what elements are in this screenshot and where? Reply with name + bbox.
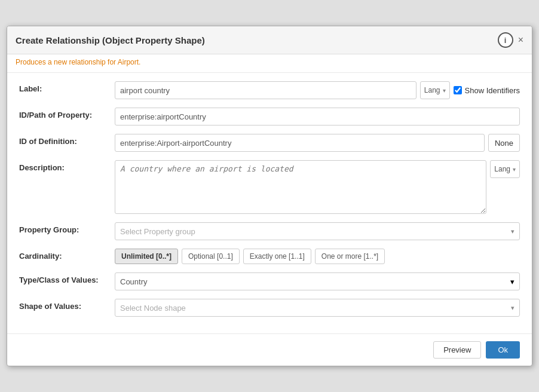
type-class-select[interactable]: Country ▾ — [115, 272, 520, 290]
label-lang-select[interactable]: Lang ▾ — [420, 81, 450, 99]
id-definition-wrap: None — [115, 134, 520, 152]
ok-button[interactable]: Ok — [486, 341, 520, 359]
label-lang-text: Lang — [424, 86, 440, 94]
description-lang-text: Lang — [494, 165, 510, 173]
show-identifiers-label: Show Identifiers — [465, 86, 520, 95]
id-definition-row: ID of Definition: None — [19, 134, 520, 152]
id-path-row: ID/Path of Property: — [19, 108, 520, 125]
shape-values-placeholder: Select Node shape — [120, 304, 507, 313]
cardinality-label: Cardinality: — [19, 249, 115, 261]
label-lang-chevron-icon: ▾ — [443, 87, 446, 94]
create-relationship-dialog: Create Relationship (Object Property Sha… — [7, 26, 532, 366]
description-textarea[interactable]: A country where an airport is located — [115, 160, 486, 214]
label-row: Label: Lang ▾ Show Identifiers — [19, 81, 520, 99]
preview-button[interactable]: Preview — [433, 341, 481, 359]
type-class-label: Type/Class of Values: — [19, 272, 115, 284]
property-group-placeholder: Select Property group — [120, 227, 507, 236]
show-identifiers-wrap: Show Identifiers — [454, 86, 520, 95]
cardinality-optional-button[interactable]: Optional [0..1] — [182, 249, 240, 264]
info-button[interactable]: i — [498, 32, 513, 48]
show-identifiers-checkbox[interactable] — [454, 86, 462, 94]
id-definition-input[interactable] — [115, 134, 485, 152]
description-row: Description: A country where an airport … — [19, 160, 520, 214]
label-field-label: Label: — [19, 81, 115, 93]
id-path-input[interactable] — [115, 108, 520, 125]
description-lang-chevron-icon: ▾ — [513, 166, 516, 173]
none-button[interactable]: None — [488, 134, 520, 152]
description-lang-select[interactable]: Lang ▾ — [490, 160, 520, 178]
dialog-body: Label: Lang ▾ Show Identifiers ID/Path o… — [7, 73, 532, 333]
dialog-footer: Preview Ok — [7, 333, 532, 366]
dialog-subtitle: Produces a new relationship for Airport. — [7, 54, 532, 73]
type-class-chevron-icon: ▾ — [510, 277, 514, 286]
dialog-header-right: i × — [498, 32, 523, 48]
type-class-row: Type/Class of Values: Country ▾ — [19, 272, 520, 290]
property-group-wrap: Select Property group ▾ — [115, 222, 520, 240]
description-wrap: A country where an airport is located La… — [115, 160, 520, 214]
property-group-label: Property Group: — [19, 222, 115, 234]
shape-values-chevron-icon: ▾ — [511, 304, 514, 312]
dialog-title: Create Relationship (Object Property Sha… — [16, 35, 205, 45]
shape-values-label: Shape of Values: — [19, 299, 115, 311]
close-button[interactable]: × — [518, 35, 523, 45]
property-group-row: Property Group: Select Property group ▾ — [19, 222, 520, 240]
shape-values-wrap: Select Node shape ▾ — [115, 299, 520, 317]
shape-values-row: Shape of Values: Select Node shape ▾ — [19, 299, 520, 317]
label-input[interactable] — [115, 81, 416, 99]
cardinality-unlimited-button[interactable]: Unlimited [0..*] — [115, 249, 178, 264]
id-path-wrap — [115, 108, 520, 125]
description-label: Description: — [19, 160, 115, 172]
label-field-wrap: Lang ▾ Show Identifiers — [115, 81, 520, 99]
cardinality-wrap: Unlimited [0..*] Optional [0..1] Exactly… — [115, 249, 385, 264]
cardinality-one-or-more-button[interactable]: One or more [1..*] — [315, 249, 385, 264]
type-class-value: Country — [120, 277, 507, 286]
dialog-header: Create Relationship (Object Property Sha… — [7, 26, 532, 54]
id-path-label: ID/Path of Property: — [19, 108, 115, 120]
cardinality-row: Cardinality: Unlimited [0..*] Optional [… — [19, 249, 520, 264]
cardinality-exactly-one-button[interactable]: Exactly one [1..1] — [243, 249, 311, 264]
property-group-chevron-icon: ▾ — [511, 228, 514, 235]
id-definition-label: ID of Definition: — [19, 134, 115, 146]
type-class-wrap-outer: Country ▾ — [115, 272, 520, 290]
property-group-select[interactable]: Select Property group ▾ — [115, 222, 520, 240]
shape-values-select[interactable]: Select Node shape ▾ — [115, 299, 520, 317]
